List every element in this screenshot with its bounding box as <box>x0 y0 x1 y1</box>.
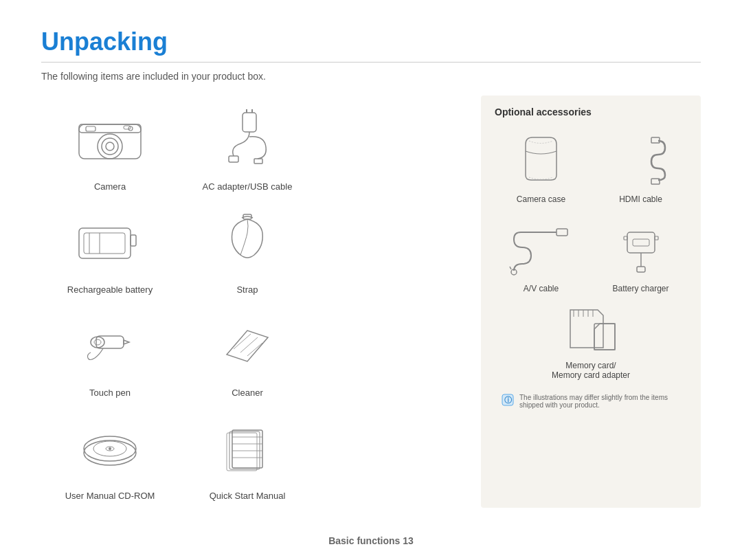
optional-accessories-box: Optional accessories <box>481 96 701 508</box>
item-strap: Strap <box>179 199 316 302</box>
empty-cell-1 <box>316 96 453 199</box>
svg-marker-23 <box>227 331 268 361</box>
svg-point-21 <box>94 339 101 345</box>
note-text: The illustrations may differ slightly fr… <box>519 394 680 409</box>
ac-adapter-icon <box>210 96 285 177</box>
hdmi-cable-label: HDMI cable <box>619 194 662 204</box>
items-grid: Camera <box>41 96 467 508</box>
camera-case-label: Camera case <box>517 194 565 204</box>
cleaner-label: Cleaner <box>232 388 263 398</box>
opt-item-hdmi-cable: HDMI cable <box>594 124 687 207</box>
svg-point-31 <box>109 447 111 450</box>
svg-point-4 <box>106 142 114 150</box>
battery-label: Rechargeable battery <box>67 284 153 295</box>
optional-grid: Camera case HDMI cable <box>495 124 687 383</box>
hdmi-cable-icon <box>610 124 672 192</box>
svg-rect-19 <box>96 336 124 348</box>
opt-item-camera-case: Camera case <box>495 124 587 207</box>
note-box: ⓘ The illustrations may differ slightly … <box>495 390 687 413</box>
item-quick-start: Quick Start Manual <box>179 405 316 508</box>
opt-item-battery-charger: Battery charger <box>594 214 687 296</box>
memory-card-icon <box>550 303 632 358</box>
memory-card-label: Memory card/ Memory card adapter <box>552 361 630 380</box>
svg-rect-48 <box>637 267 645 272</box>
page-title: Unpacking <box>41 27 701 56</box>
footer-text: Basic functions <box>328 535 403 546</box>
svg-rect-12 <box>254 159 262 164</box>
opt-item-memory-card: Memory card/ Memory card adapter <box>495 303 687 383</box>
subtitle: The following items are included in your… <box>41 71 701 82</box>
opt-item-av-cable: A/V cable <box>495 214 587 296</box>
cd-rom-label: User Manual CD-ROM <box>65 491 155 501</box>
svg-rect-57 <box>594 324 615 350</box>
svg-rect-8 <box>243 113 256 132</box>
item-ac-adapter: AC adapter/USB cable <box>179 96 316 199</box>
item-cleaner: Cleaner <box>179 302 316 405</box>
svg-rect-46 <box>633 239 649 246</box>
svg-marker-22 <box>124 340 129 344</box>
item-battery: Rechargeable battery <box>41 199 179 302</box>
svg-rect-15 <box>84 233 125 254</box>
av-cable-label: A/V cable <box>524 284 559 293</box>
svg-rect-11 <box>229 156 238 162</box>
optional-title: Optional accessories <box>495 107 687 117</box>
empty-cell-2 <box>316 199 453 302</box>
svg-rect-14 <box>131 235 136 246</box>
touch-pen-icon <box>76 302 144 383</box>
svg-rect-43 <box>556 229 567 236</box>
camera-case-icon <box>515 124 567 192</box>
svg-text:ⓘ: ⓘ <box>504 396 513 404</box>
footer-page: 13 <box>403 535 414 546</box>
svg-point-20 <box>91 337 104 348</box>
strap-label: Strap <box>236 284 258 295</box>
note-icon: ⓘ <box>502 394 514 406</box>
item-touch-pen: Touch pen <box>41 302 179 405</box>
title-divider <box>41 62 701 63</box>
svg-rect-5 <box>86 126 95 131</box>
battery-charger-icon <box>614 214 668 281</box>
battery-icon <box>76 199 144 280</box>
empty-cell-4 <box>316 405 453 508</box>
item-camera: Camera <box>41 96 179 199</box>
camera-icon <box>72 96 148 177</box>
svg-marker-58 <box>594 324 615 350</box>
svg-marker-51 <box>570 310 603 348</box>
footer: Basic functions 13 <box>0 535 742 546</box>
cd-rom-icon <box>74 405 146 486</box>
svg-rect-32 <box>232 430 262 468</box>
cleaner-icon <box>213 302 282 383</box>
ac-adapter-label: AC adapter/USB cable <box>203 181 293 192</box>
av-cable-icon <box>507 214 576 281</box>
svg-point-3 <box>102 138 118 155</box>
svg-line-42 <box>510 267 511 269</box>
battery-charger-label: Battery charger <box>612 284 668 293</box>
content-area: Camera <box>41 96 701 508</box>
quick-start-label: Quick Start Manual <box>210 491 286 501</box>
empty-cell-3 <box>316 302 453 405</box>
svg-line-26 <box>247 343 262 356</box>
touch-pen-label: Touch pen <box>89 388 131 398</box>
svg-rect-38 <box>227 433 257 471</box>
quick-start-icon <box>213 405 282 486</box>
strap-icon <box>213 199 282 280</box>
page: Unpacking The following items are includ… <box>0 0 742 560</box>
svg-line-25 <box>240 337 258 352</box>
svg-rect-45 <box>627 232 655 253</box>
svg-rect-0 <box>79 124 141 159</box>
camera-label: Camera <box>94 181 126 192</box>
item-cd-rom: User Manual CD-ROM <box>41 405 179 508</box>
